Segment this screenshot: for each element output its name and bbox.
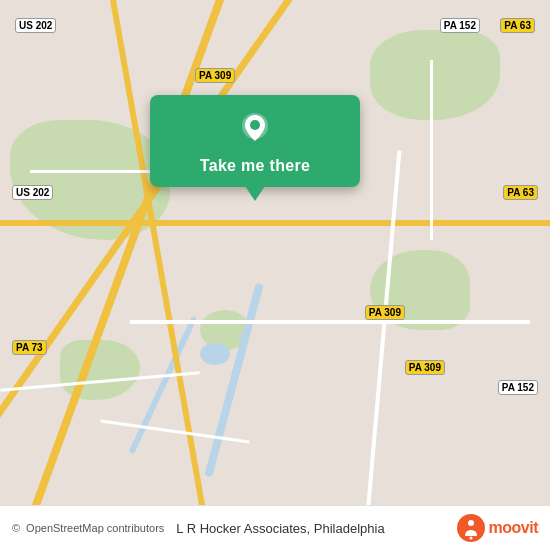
- location-pin-icon: [237, 111, 273, 147]
- location-label: L R Hocker Associates, Philadelphia: [176, 521, 384, 536]
- moovit-icon: [457, 514, 485, 542]
- location-popup[interactable]: Take me there: [150, 95, 360, 187]
- green-area: [370, 30, 500, 120]
- road-highway: [0, 220, 550, 226]
- road-local: [130, 320, 530, 324]
- road-local: [430, 60, 433, 240]
- moovit-brand-text: moovit: [489, 519, 538, 537]
- take-me-there-button[interactable]: Take me there: [200, 157, 310, 175]
- attribution-area: © OpenStreetMap contributors L R Hocker …: [12, 521, 385, 536]
- route-badge-pa309-bl: PA 309: [405, 360, 445, 375]
- route-badge-pa63-tr: PA 63: [500, 18, 535, 33]
- route-badge-pa152-br: PA 152: [498, 380, 538, 395]
- bottom-bar: © OpenStreetMap contributors L R Hocker …: [0, 505, 550, 550]
- route-badge-pa63-r: PA 63: [503, 185, 538, 200]
- route-badge-us202-tl: US 202: [15, 18, 56, 33]
- copyright-symbol: ©: [12, 522, 20, 534]
- svg-point-3: [468, 520, 474, 526]
- map-container: US 202 PA 152 PA 63 PA 309 PA 63 PA 152 …: [0, 0, 550, 550]
- attribution-text: OpenStreetMap contributors: [26, 522, 164, 534]
- route-badge-pa309-m: PA 309: [195, 68, 235, 83]
- moovit-logo: moovit: [457, 514, 538, 542]
- route-badge-pa73-bl: PA 73: [12, 340, 47, 355]
- pond: [200, 343, 230, 365]
- svg-point-1: [250, 120, 260, 130]
- route-badge-pa309-bc: PA 309: [365, 305, 405, 320]
- route-badge-pa152-tr: PA 152: [440, 18, 480, 33]
- route-badge-us202-l: US 202: [12, 185, 53, 200]
- svg-point-4: [469, 537, 472, 540]
